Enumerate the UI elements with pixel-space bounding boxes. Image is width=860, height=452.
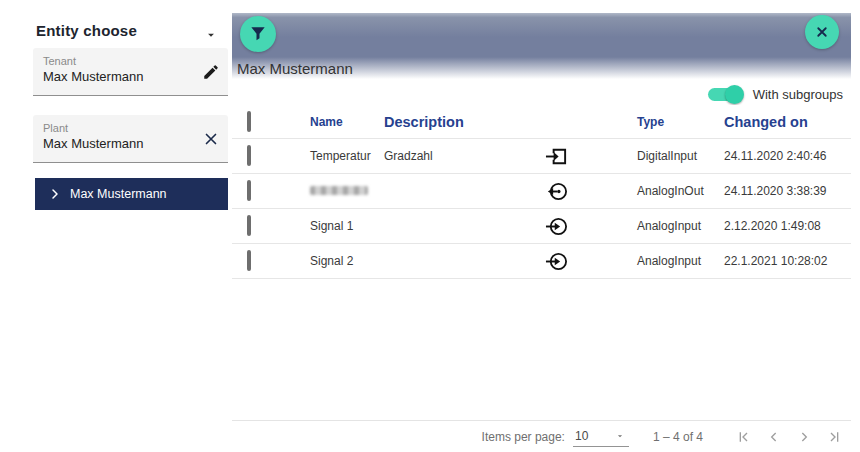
row-name: Signal 2 — [310, 254, 353, 268]
entity-choose-header: Entity choose — [36, 22, 216, 39]
row-description: Gradzahl — [380, 149, 532, 163]
paginator: Items per page: 10 1 – 4 of 4 — [232, 420, 851, 452]
subgroups-toggle[interactable] — [708, 88, 741, 101]
row-direction-icon-cell — [532, 250, 580, 273]
edit-pencil-icon[interactable] — [202, 63, 220, 81]
column-header-changed-on[interactable]: Changed on — [707, 114, 851, 130]
tenant-field-label: Tenant — [43, 54, 218, 68]
row-changed-on: 2.12.2020 1:49:08 — [707, 219, 851, 233]
table-row[interactable]: Signal 1 AnalogInput 2.12.2020 1:49:08 — [232, 209, 851, 244]
page-range-label: 1 – 4 of 4 — [653, 430, 703, 444]
input-circle-icon — [545, 250, 568, 273]
plant-field-label: Plant — [43, 121, 218, 135]
row-type: AnalogInput — [580, 219, 707, 233]
inout-circle-icon — [545, 180, 568, 203]
column-header-type[interactable]: Type — [580, 115, 707, 129]
items-per-page-select[interactable]: 10 — [573, 427, 629, 447]
toggle-thumb[interactable] — [725, 85, 744, 104]
row-changed-on: 24.11.2020 3:38:39 — [707, 184, 851, 198]
table-body: Temperatur Gradzahl DigitalInput 24.11.2… — [232, 139, 851, 279]
app-root: Entity choose Tenant Max Mustermann Plan… — [0, 0, 860, 452]
first-page-icon[interactable] — [729, 422, 759, 452]
close-x-icon — [813, 23, 831, 41]
subgroups-toggle-label: With subgroups — [753, 87, 843, 102]
row-changed-on: 24.11.2020 2:40:46 — [707, 149, 851, 163]
row-name: Temperatur — [310, 149, 371, 163]
column-header-description[interactable]: Description — [380, 114, 532, 130]
input-box-icon — [545, 145, 568, 168]
entity-detail-panel: Max Mustermann With subgroups Name Descr… — [232, 13, 851, 452]
input-circle-icon — [545, 215, 568, 238]
tenant-field[interactable]: Tenant Max Mustermann — [33, 48, 228, 96]
tenant-field-value: Max Mustermann — [43, 68, 218, 86]
items-per-page-value: 10 — [575, 429, 588, 443]
sidebar-tree-item-max-mustermann[interactable]: Max Mustermann — [35, 178, 228, 210]
previous-page-icon[interactable] — [759, 422, 789, 452]
with-subgroups-toggle-row[interactable]: With subgroups — [708, 87, 843, 102]
plant-field-value: Max Mustermann — [43, 135, 218, 153]
chevron-down-icon — [615, 431, 625, 441]
clear-x-icon[interactable] — [202, 130, 220, 148]
row-name — [310, 186, 368, 195]
row-type: DigitalInput — [580, 149, 707, 163]
table-row[interactable]: Signal 2 AnalogInput 22.1.2021 10:28:02 — [232, 244, 851, 279]
panel-header-bar — [232, 13, 851, 57]
row-direction-icon-cell — [532, 180, 580, 203]
column-header-name[interactable]: Name — [302, 115, 380, 129]
pagination-controls — [729, 422, 849, 452]
chevron-down-icon[interactable] — [204, 28, 218, 42]
select-all-checkbox[interactable] — [247, 111, 251, 132]
close-button[interactable] — [805, 15, 839, 49]
row-direction-icon-cell — [532, 215, 580, 238]
row-checkbox[interactable] — [247, 180, 251, 201]
last-page-icon[interactable] — [819, 422, 849, 452]
row-type: AnalogInput — [580, 254, 707, 268]
filter-button[interactable] — [240, 16, 276, 52]
entity-choose-title: Entity choose — [36, 22, 137, 39]
row-checkbox[interactable] — [247, 145, 251, 166]
panel-title: Max Mustermann — [237, 60, 353, 77]
chevron-right-icon[interactable] — [49, 188, 61, 200]
table-row[interactable]: Temperatur Gradzahl DigitalInput 24.11.2… — [232, 139, 851, 174]
row-checkbox[interactable] — [247, 250, 251, 271]
row-direction-icon-cell — [532, 145, 580, 168]
row-type: AnalogInOut — [580, 184, 707, 198]
row-changed-on: 22.1.2021 10:28:02 — [707, 254, 851, 268]
filter-funnel-icon — [248, 24, 268, 44]
next-page-icon[interactable] — [789, 422, 819, 452]
entity-sidebar: Entity choose Tenant Max Mustermann Plan… — [0, 0, 230, 452]
row-name: Signal 1 — [310, 219, 353, 233]
table-row[interactable]: AnalogInOut 24.11.2020 3:38:39 — [232, 174, 851, 209]
row-checkbox[interactable] — [247, 215, 251, 236]
items-per-page-label: Items per page: — [482, 430, 565, 444]
table-header-row: Name Description Type Changed on — [232, 105, 851, 139]
tree-item-label: Max Mustermann — [70, 187, 167, 201]
plant-field[interactable]: Plant Max Mustermann — [33, 115, 228, 163]
signals-table: Name Description Type Changed on Tempera… — [232, 105, 851, 279]
